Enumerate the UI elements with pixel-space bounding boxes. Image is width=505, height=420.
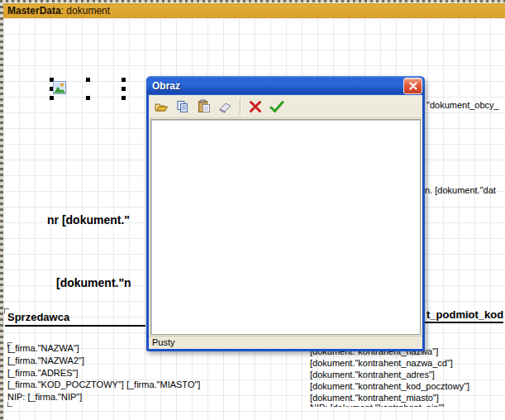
band-name: MasterData [7,5,61,17]
kontrahent-row[interactable]: [dokument."kontrahent_miasto"] [310,393,439,403]
open-image-button[interactable] [154,99,169,114]
obraz-dialog-titlebar[interactable]: Obraz [146,76,425,95]
paste-image-button[interactable] [197,99,212,114]
dialog-statusbar: Pusty [149,336,422,349]
ok-check-icon [269,100,284,113]
cancel-button[interactable] [248,99,263,114]
band-dataset: : dokument [61,5,110,17]
eraser-icon [218,99,233,114]
firm-row[interactable]: [_firma."ADRES"] [7,368,78,378]
selection-handle[interactable] [121,87,126,91]
open-folder-icon [154,99,169,114]
kontrahent-row[interactable]: [dokument."kontrahent_nazwa_cd"] [310,358,453,368]
paste-icon [197,99,212,114]
field-nr-dokument[interactable]: nr [dokument." [47,213,130,227]
kontrahent-row[interactable]: [dokument."kontrahent_adres"] [310,370,435,379]
kontrahent-row-clipped[interactable]: NIP: [dokument."kontrahent_nip"] [310,403,445,407]
selection-handle[interactable] [121,78,126,82]
firm-row[interactable]: [_firma."NAZWA2"] [7,356,84,365]
clear-image-button[interactable] [218,99,233,114]
firm-row[interactable]: [_firma."KOD_POCZTOWY"] [_firma."MIASTO"… [7,379,200,389]
selection-handle[interactable] [86,78,90,82]
object-corner-marker [7,402,12,407]
obraz-toolbar [149,95,422,118]
seller-rule-line[interactable] [5,325,145,327]
selection-handle[interactable] [50,96,54,100]
copy-image-button[interactable] [175,99,190,114]
toolbar-separator [240,98,241,115]
dialog-title: Obraz [152,80,403,92]
band-masterdata[interactable]: MasterData: dokument [3,3,505,18]
firm-row[interactable]: [_firma."NAZWA"] [7,343,79,353]
image-preview-area[interactable] [150,119,421,335]
seller-header[interactable]: Sprzedawca [7,311,69,323]
ok-button[interactable] [269,99,284,114]
close-button[interactable] [403,78,422,94]
copy-icon [175,99,190,114]
selection-handle[interactable] [121,96,126,100]
field-dokument-nazwa[interactable]: [dokument."n [56,276,131,289]
cancel-x-icon [249,100,262,113]
page-margin-top [0,0,505,2]
close-x-icon [409,82,417,90]
buyer-header[interactable]: t_podmiot_kod [426,308,503,321]
buyer-rule-line[interactable] [425,322,503,323]
obraz-dialog: Obraz [146,76,425,351]
selection-handle[interactable] [86,96,90,100]
picture-placeholder-icon[interactable] [53,81,66,94]
firm-row[interactable]: NIP: [_firma."NIP"] [7,392,82,402]
kontrahent-row[interactable]: [dokument."kontrahent_kod_pocztowy"] [310,381,469,391]
field-data[interactable]: n. [dokument."dat [425,185,496,195]
field-dokument-obcy[interactable]: "dokument_obcy_ [426,100,499,110]
